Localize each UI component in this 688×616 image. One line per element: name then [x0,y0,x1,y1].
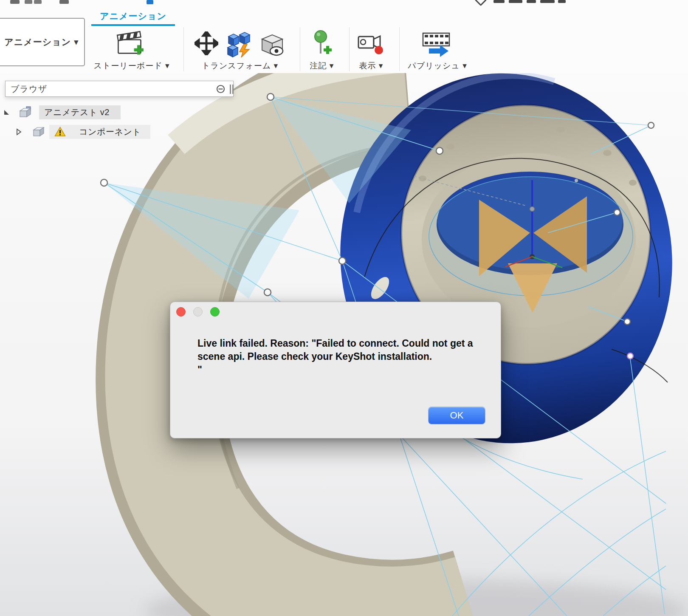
storyboard-clapperboard-icon[interactable] [116,30,144,59]
clipped-title-text [493,0,505,3]
clipped-toolbar-icon[interactable] [34,0,42,4]
display-dropdown[interactable]: 表示 ▾ [350,60,392,71]
camera-display-icon[interactable] [358,34,385,57]
camera-node [339,257,346,264]
error-dialog: Live link failed. Reason: "Failed to con… [170,302,501,438]
toolbar-separator [349,27,350,71]
ok-button[interactable]: OK [429,407,485,424]
collapse-all-icon[interactable] [216,85,225,93]
workspace-selector[interactable]: アニメーション ▾ [0,18,85,66]
collapsed-caret-icon[interactable] [16,128,22,137]
zoom-traffic-light[interactable] [210,307,220,316]
annotation-dropdown[interactable]: 注記 ▾ [301,60,343,71]
move-tool-icon[interactable] [195,31,218,57]
camera-node [436,147,443,154]
minimize-traffic-light[interactable] [193,307,203,316]
toolbar-separator [300,27,300,71]
tab-active-underline [91,24,175,26]
camera-node [267,93,274,100]
camera-node [101,179,107,186]
camera-node [264,289,271,296]
transform-dropdown[interactable]: トランスフォーム ▾ [193,60,287,71]
ribbon-toolbar: アニメーション アニメーション ▾ ストーリーボード ▾ [0,0,688,73]
assembly-icon [19,106,32,120]
tree-item-highlight: アニメテスト v2 [39,105,121,119]
panel-resize-grip[interactable] [230,85,235,94]
clipped-title-text [558,0,566,3]
tree-item-highlight: コンポーネント [49,125,150,139]
clipped-title-text [527,0,536,3]
clipped-title-text [540,0,555,3]
transform-components-icon[interactable] [225,31,252,59]
close-traffic-light[interactable] [176,307,186,316]
clipped-title-icon [475,0,487,6]
storyboard-dropdown[interactable]: ストーリーボード ▾ [87,60,176,71]
camera-node [627,353,633,359]
path-dot [575,179,578,182]
tree-item-root[interactable]: アニメテスト v2 [0,105,238,121]
cube-visibility-icon[interactable] [258,32,286,59]
component-icon [32,126,45,139]
clipped-toolbar-icon[interactable] [10,0,20,4]
toolbar-separator [399,27,400,71]
clipped-title-text [509,0,522,3]
publish-dropdown[interactable]: パブリッシュ ▾ [403,60,471,71]
warning-icon [54,127,66,138]
expand-caret-icon[interactable] [3,109,10,117]
toolbar-separator [183,27,184,71]
camera-node [614,209,620,215]
publish-film-icon[interactable] [422,31,451,59]
tab-animation[interactable]: アニメーション [91,10,175,23]
clipped-toolbar-icon[interactable] [59,0,69,4]
clipped-doc-tab-icon[interactable] [147,0,153,4]
browser-title: ブラウザ [6,83,47,95]
browser-panel-header: ブラウザ [5,81,234,97]
clipped-toolbar-icon[interactable] [25,0,32,4]
tree-item-label: アニメテスト v2 [39,107,110,118]
camera-node [624,319,630,325]
camera-node [648,122,654,128]
dialog-message: Live link failed. Reason: "Failed to con… [197,337,485,376]
tree-item-component[interactable]: コンポーネント [0,125,238,140]
annotation-pin-icon[interactable] [311,30,332,59]
